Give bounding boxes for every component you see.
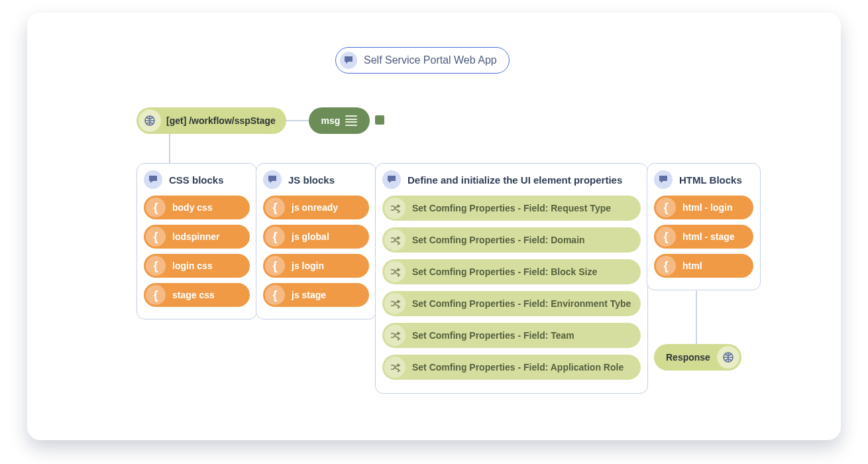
- brace-icon: {: [656, 198, 676, 217]
- speech-icon: [382, 170, 401, 189]
- globe-icon: [717, 346, 739, 369]
- brace-icon: {: [656, 227, 676, 247]
- brace-icon: {: [265, 227, 285, 247]
- shuffle-icon: [384, 261, 406, 282]
- brace-icon: {: [265, 256, 285, 276]
- js-item[interactable]: {js onready: [263, 196, 369, 219]
- shuffle-icon: [384, 198, 406, 219]
- css-item[interactable]: {stage css: [144, 283, 250, 307]
- title-node[interactable]: Self Service Portal Web App: [335, 47, 510, 74]
- html-item[interactable]: {html: [654, 254, 753, 278]
- globe-icon: [138, 109, 161, 132]
- speech-icon: [654, 170, 673, 189]
- http-in-node[interactable]: [get] /workflow/sspStage: [136, 107, 286, 134]
- property-item[interactable]: Set Comfing Properties - Field: Block Si…: [382, 259, 641, 284]
- brace-icon: {: [146, 285, 166, 305]
- brace-icon: {: [656, 256, 676, 276]
- group-title: HTML Blocks: [679, 174, 742, 186]
- css-item[interactable]: {lodspinner: [144, 225, 250, 249]
- css-item[interactable]: {body css: [144, 196, 250, 219]
- msg-status-icon: [375, 115, 384, 125]
- brace-icon: {: [146, 227, 166, 247]
- property-item[interactable]: Set Comfing Properties - Field: Request …: [382, 196, 641, 221]
- css-item[interactable]: {login css: [144, 254, 250, 278]
- group-ui-properties[interactable]: Define and initialize the UI element pro…: [375, 163, 648, 394]
- response-label: Response: [666, 352, 710, 363]
- msg-label: msg: [321, 115, 341, 126]
- html-item[interactable]: {html - stage: [654, 225, 753, 249]
- group-css-blocks[interactable]: CSS blocks {body css {lodspinner {login …: [136, 163, 257, 319]
- group-title: JS blocks: [288, 174, 335, 186]
- group-html-blocks[interactable]: HTML Blocks {html - login {html - stage …: [647, 163, 761, 290]
- property-item[interactable]: Set Comfing Properties - Field: Applicat…: [382, 355, 641, 380]
- brace-icon: {: [265, 198, 285, 217]
- group-title: CSS blocks: [169, 174, 224, 186]
- brace-icon: {: [265, 285, 285, 305]
- speech-icon: [340, 52, 357, 69]
- flow-canvas[interactable]: Self Service Portal Web App [get] /workf…: [27, 13, 841, 440]
- property-item[interactable]: Set Comfing Properties - Field: Environm…: [382, 291, 641, 316]
- shuffle-icon: [384, 325, 406, 346]
- js-item[interactable]: {js login: [263, 254, 369, 278]
- shuffle-icon: [384, 293, 406, 314]
- brace-icon: {: [146, 256, 166, 276]
- js-item[interactable]: {js stage: [263, 283, 369, 307]
- msg-node[interactable]: msg: [309, 107, 370, 134]
- shuffle-icon: [384, 357, 406, 378]
- property-item[interactable]: Set Comfing Properties - Field: Domain: [382, 227, 641, 253]
- http-response-node[interactable]: Response: [654, 344, 741, 371]
- brace-icon: {: [146, 198, 166, 217]
- speech-icon: [144, 170, 162, 189]
- html-item[interactable]: {html - login: [654, 196, 753, 219]
- group-js-blocks[interactable]: JS blocks {js onready {js global {js log…: [256, 163, 376, 319]
- bars-icon: [345, 115, 357, 126]
- property-item[interactable]: Set Comfing Properties - Field: Team: [382, 323, 641, 348]
- shuffle-icon: [384, 229, 406, 251]
- speech-icon: [263, 170, 282, 189]
- js-item[interactable]: {js global: [263, 225, 369, 249]
- group-title: Define and initialize the UI element pro…: [407, 174, 622, 186]
- http-in-label: [get] /workflow/sspStage: [166, 115, 276, 126]
- title-label: Self Service Portal Web App: [364, 54, 497, 66]
